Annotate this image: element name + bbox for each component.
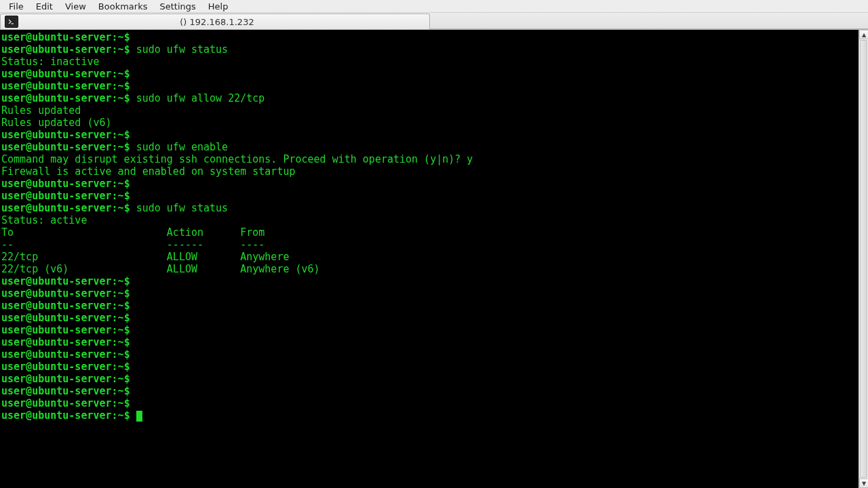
tab-title: () 192.168.1.232: [21, 17, 429, 27]
terminal-line: user@ubuntu-server:~$: [1, 312, 859, 324]
terminal-line: Rules updated: [1, 104, 859, 117]
terminal-line: Firewall is active and enabled on system…: [1, 165, 859, 178]
terminal-line: Rules updated (v6): [1, 117, 859, 129]
terminal-line: user@ubuntu-server:~$: [1, 336, 859, 348]
scroll-down-button[interactable]: ▼: [859, 479, 868, 488]
menu-view[interactable]: View: [59, 1, 92, 12]
terminal-line: To Action From: [1, 226, 859, 239]
terminal-line: user@ubuntu-server:~$: [1, 348, 859, 361]
terminal-line: user@ubuntu-server:~$: [1, 178, 859, 190]
tab-session[interactable]: () 192.168.1.232: [0, 14, 430, 29]
tabbar: () 192.168.1.232: [0, 13, 868, 30]
terminal-line: user@ubuntu-server:~$: [1, 361, 859, 373]
terminal-line: user@ubuntu-server:~$: [1, 190, 859, 202]
terminal-line: Command may disrupt existing ssh connect…: [1, 153, 859, 165]
terminal-line: user@ubuntu-server:~$: [1, 68, 859, 80]
terminal-line: user@ubuntu-server:~$: [1, 409, 859, 422]
terminal-line: user@ubuntu-server:~$: [1, 385, 859, 397]
terminal-line: user@ubuntu-server:~$ sudo ufw status: [1, 43, 859, 56]
terminal-line: 22/tcp (v6) ALLOW Anywhere (v6): [1, 263, 859, 275]
terminal-line: user@ubuntu-server:~$: [1, 373, 859, 385]
menu-file[interactable]: File: [3, 1, 30, 12]
terminal-line: user@ubuntu-server:~$: [1, 80, 859, 92]
cursor: [136, 411, 142, 422]
terminal-line: Status: inactive: [1, 56, 859, 68]
terminal-line: user@ubuntu-server:~$: [1, 275, 859, 287]
terminal-line: 22/tcp ALLOW Anywhere: [1, 251, 859, 263]
scroll-up-button[interactable]: ▲: [859, 30, 868, 39]
menu-help[interactable]: Help: [202, 1, 235, 12]
scroll-thumb[interactable]: [860, 40, 867, 478]
terminal-line: user@ubuntu-server:~$ sudo ufw allow 22/…: [1, 92, 859, 104]
menu-bookmarks[interactable]: Bookmarks: [92, 1, 154, 12]
terminal-line: user@ubuntu-server:~$ sudo ufw status: [1, 202, 859, 214]
menu-settings[interactable]: Settings: [153, 1, 201, 12]
terminal-icon: [5, 16, 18, 28]
menu-edit[interactable]: Edit: [30, 1, 59, 12]
menubar: File Edit View Bookmarks Settings Help: [0, 0, 868, 13]
terminal-line: user@ubuntu-server:~$ sudo ufw enable: [1, 141, 859, 153]
terminal-line: Status: active: [1, 214, 859, 226]
terminal-line: user@ubuntu-server:~$: [1, 397, 859, 409]
terminal-line: user@ubuntu-server:~$: [1, 129, 859, 141]
terminal[interactable]: user@ubuntu-server:~$ user@ubuntu-server…: [0, 30, 859, 488]
tabbar-empty: [430, 13, 868, 29]
terminal-line: user@ubuntu-server:~$: [1, 31, 859, 43]
terminal-line: -- ------ ----: [1, 239, 859, 251]
terminal-line: user@ubuntu-server:~$: [1, 300, 859, 312]
terminal-line: user@ubuntu-server:~$: [1, 287, 859, 300]
vertical-scrollbar[interactable]: ▲ ▼: [859, 30, 868, 488]
terminal-wrap: user@ubuntu-server:~$ user@ubuntu-server…: [0, 30, 868, 488]
terminal-line: user@ubuntu-server:~$: [1, 324, 859, 336]
